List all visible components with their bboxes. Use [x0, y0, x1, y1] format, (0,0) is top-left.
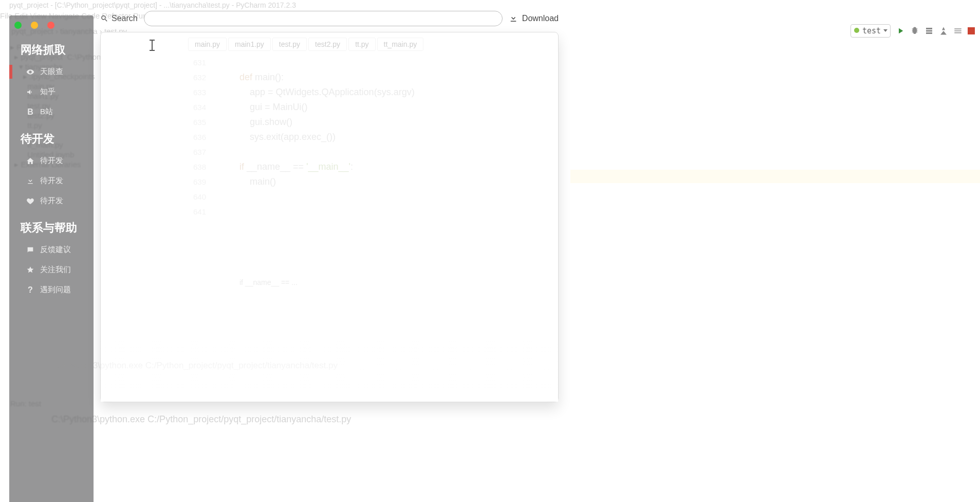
top-bar: Search Download [100, 10, 559, 27]
sidebar-item-question[interactable]: ? 遇到问题 [9, 280, 94, 300]
sidebar-item-download[interactable]: 待开发 [9, 171, 94, 191]
sidebar-item-eye[interactable]: 天眼查 [9, 62, 94, 82]
sidebar-section-title: 联系与帮助 [9, 211, 94, 240]
text-cursor-icon [152, 40, 153, 51]
sidebar-item-letter-b[interactable]: B B站 [9, 102, 94, 122]
sidebar-item-label: 反馈建议 [40, 245, 71, 255]
main-panel: main.pymain1.pytest.pytest2.pytt.pytt_ma… [100, 32, 559, 402]
minimize-button[interactable] [14, 22, 22, 29]
window-controls [9, 15, 94, 33]
home-icon [26, 157, 35, 165]
sidebar-section-title: 网络抓取 [9, 33, 94, 62]
heart-icon [26, 197, 35, 205]
sidebar-item-label: 待开发 [40, 156, 63, 166]
sidebar-item-label: 天眼查 [40, 67, 63, 77]
search-icon [100, 14, 108, 23]
letter-b-icon: B [26, 107, 35, 117]
sidebar-item-label: B站 [40, 107, 53, 117]
sidebar-item-label: 知乎 [40, 87, 56, 97]
search-label: Search [100, 14, 138, 23]
sidebar-item-heart[interactable]: 待开发 [9, 191, 94, 211]
close-button[interactable] [47, 22, 54, 29]
eye-icon [26, 68, 35, 76]
download-icon [26, 177, 35, 185]
star-icon [26, 266, 35, 274]
sidebar: 网络抓取 天眼查 知乎 B B站 待开发 待开发 待开发 待开发 联系与帮助 反… [9, 15, 94, 502]
sidebar-item-bullhorn[interactable]: 知乎 [9, 82, 94, 102]
sidebar-item-label: 待开发 [40, 196, 63, 206]
question-icon: ? [26, 285, 35, 295]
sidebar-item-home[interactable]: 待开发 [9, 151, 94, 171]
search-input[interactable] [144, 11, 503, 26]
download-button[interactable]: Download [509, 14, 559, 23]
bullhorn-icon [26, 88, 35, 96]
download-icon [509, 14, 518, 23]
sidebar-item-chat[interactable]: 反馈建议 [9, 240, 94, 260]
sidebar-item-star[interactable]: 关注我们 [9, 260, 94, 280]
chat-icon [26, 246, 35, 254]
sidebar-section-title: 待开发 [9, 122, 94, 151]
sidebar-item-label: 遇到问题 [40, 285, 71, 295]
maximize-button[interactable] [31, 22, 38, 29]
sidebar-item-label: 待开发 [40, 176, 63, 186]
sidebar-item-label: 关注我们 [40, 265, 71, 275]
